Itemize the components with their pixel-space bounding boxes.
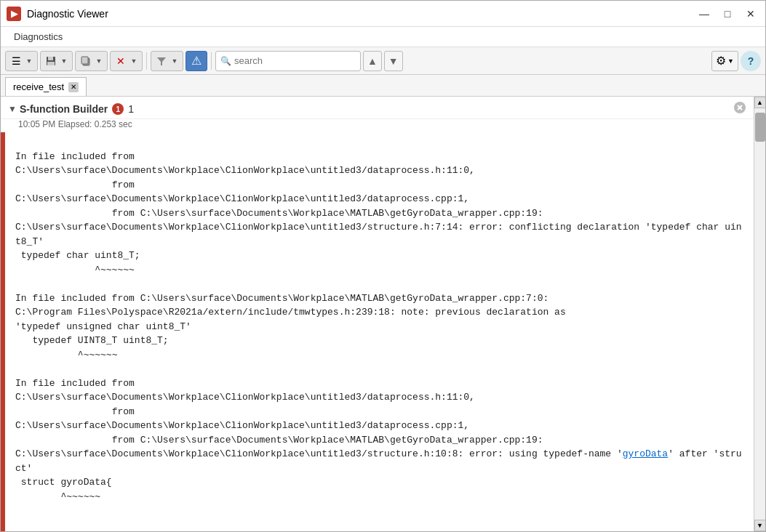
window-title: Diagnostic Viewer (27, 8, 695, 20)
copy-icon (79, 54, 93, 68)
log-line-4: C:\Users\surface\Documents\Workplace\Cli… (5, 192, 754, 206)
diagnostics-menu[interactable]: Diagnostics (7, 30, 70, 44)
svg-rect-4 (81, 57, 88, 64)
title-bar: ▶ Diagnostic Viewer — □ ✕ (1, 1, 765, 27)
copy-button[interactable]: ▼ (75, 51, 108, 71)
scrollbar[interactable]: ▲ ▼ (754, 97, 765, 531)
nav-down-button[interactable]: ▼ (384, 51, 403, 71)
save-button[interactable]: ▼ (40, 51, 73, 71)
error-count-label: 1 (128, 103, 134, 115)
log-line-16: In file included from (5, 376, 754, 391)
list-button[interactable]: ☰ ▼ (5, 51, 38, 71)
scroll-track[interactable] (754, 108, 766, 520)
log-line-21: C:\Users\surface\Documents\Workplace\Cli… (5, 447, 754, 475)
scroll-thumb[interactable] (755, 113, 765, 142)
warning-button[interactable]: ⚠ (185, 51, 207, 71)
tabs-area: receive_test ✕ (1, 75, 765, 97)
log-line-1: In file included from (5, 150, 754, 164)
scroll-down-button[interactable]: ▼ (754, 520, 766, 531)
log-line-8: ^~~~~~~ (5, 263, 754, 278)
log-line-11: C:\Program Files\Polyspace\R2021a/extern… (5, 305, 754, 320)
clear-dropdown-icon: ▼ (129, 54, 139, 68)
filter-button[interactable]: ▼ (151, 51, 183, 71)
toolbar: ☰ ▼ ▼ ▼ ✕ ▼ (1, 47, 765, 75)
close-button[interactable]: ✕ (742, 7, 759, 21)
toolbar-separator-1 (146, 52, 147, 70)
diagnostic-title: S-function Builder 1 1 (20, 103, 134, 115)
log-line-20: from C:\Users\surface\Documents\Workplac… (5, 433, 754, 448)
diagnostic-close-button[interactable] (733, 101, 746, 117)
log-line-22: struct gyroData{ (5, 475, 754, 490)
svg-rect-2 (47, 62, 55, 65)
log-area[interactable]: In file included from C:\Users\surface\D… (1, 132, 754, 531)
search-input[interactable] (234, 55, 356, 66)
warning-icon: ⚠ (189, 54, 204, 68)
help-button[interactable]: ? (741, 51, 761, 71)
error-badge: 1 (112, 103, 124, 115)
log-line-14: ^~~~~~~ (5, 348, 754, 363)
save-icon (44, 54, 58, 68)
diagnostic-header: ▼ S-function Builder 1 1 (1, 97, 754, 119)
log-line-2: C:\Users\surface\Documents\Workplace\Cli… (5, 164, 754, 178)
content-area: ▼ S-function Builder 1 1 10:05 PM Elapse… (1, 97, 754, 531)
log-line-7: typedef char uint8_T; (5, 249, 754, 263)
menu-bar: Diagnostics (1, 27, 765, 47)
copy-dropdown-icon: ▼ (94, 54, 104, 68)
window-controls: — □ ✕ (695, 7, 759, 21)
help-icon: ? (748, 55, 754, 67)
nav-up-button[interactable]: ▲ (363, 51, 382, 71)
clear-button[interactable]: ✕ ▼ (110, 51, 143, 71)
log-line-12: 'typedef unsigned char uint8_T' (5, 320, 754, 334)
log-line-9 (5, 277, 754, 291)
gear-dropdown-icon: ▼ (727, 57, 734, 65)
log-line-23: ^~~~~~~ (5, 490, 754, 504)
app-icon: ▶ (7, 7, 21, 21)
list-dropdown-icon: ▼ (24, 54, 34, 68)
search-box[interactable]: 🔍 (215, 51, 361, 71)
minimize-button[interactable]: — (695, 7, 713, 21)
log-line-18: from (5, 405, 754, 419)
search-icon: 🔍 (220, 56, 231, 66)
sfunc-builder-label: S-function Builder (20, 103, 108, 115)
toolbar-separator-2 (211, 52, 212, 70)
log-line-19: C:\Users\surface\Documents\Workplace\Cli… (5, 419, 754, 433)
log-line-6: C:\Users\surface\Documents\Workplace\Cli… (5, 220, 754, 249)
gear-icon: ⚙ (716, 54, 726, 68)
log-line-10: In file included from C:\Users\surface\D… (5, 291, 754, 306)
filter-dropdown-icon: ▼ (169, 54, 180, 68)
main-window: ▶ Diagnostic Viewer — □ ✕ Diagnostics ☰ … (0, 0, 766, 532)
log-line-3: from (5, 178, 754, 193)
log-line-17: C:\Users\surface\Documents\Workplace\Cli… (5, 390, 754, 405)
gyrodata-link[interactable]: gyroData (623, 448, 668, 459)
svg-rect-1 (48, 57, 53, 60)
log-line-0 (5, 135, 754, 150)
log-line-13: typedef UINT8_T uint8_T; (5, 334, 754, 348)
scroll-up-button[interactable]: ▲ (754, 97, 766, 108)
diagnostic-time: 10:05 PM Elapsed: 0.253 sec (1, 119, 754, 132)
tab-close-button[interactable]: ✕ (68, 82, 79, 92)
main-content: ▼ S-function Builder 1 1 10:05 PM Elapse… (1, 97, 765, 531)
tab-receive-test[interactable]: receive_test ✕ (5, 77, 87, 96)
list-icon: ☰ (9, 54, 23, 68)
settings-button[interactable]: ⚙ ▼ (711, 51, 738, 71)
collapse-button[interactable]: ▼ (8, 104, 17, 114)
log-line-15 (5, 362, 754, 376)
save-dropdown-icon: ▼ (59, 54, 69, 68)
log-line-5: from C:\Users\surface\Documents\Workplac… (5, 206, 754, 221)
tab-label: receive_test (13, 81, 64, 92)
filter-icon (154, 54, 169, 68)
maximize-button[interactable]: □ (719, 7, 736, 21)
svg-marker-5 (157, 57, 166, 65)
clear-icon: ✕ (113, 54, 128, 68)
